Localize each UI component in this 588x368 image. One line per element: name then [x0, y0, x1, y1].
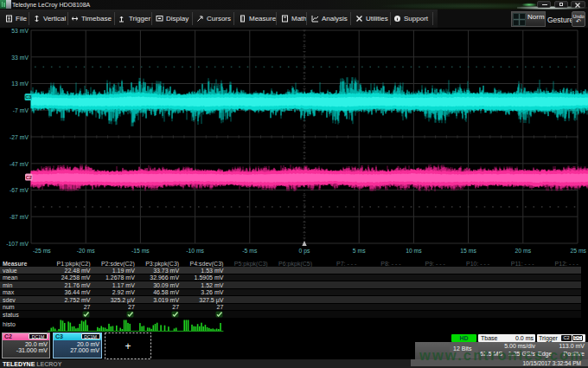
svg-text:-107 mV: -107 mV [6, 241, 29, 247]
svg-text:-47 mV: -47 mV [10, 161, 29, 167]
svg-text:-5 ms: -5 ms [242, 248, 258, 254]
svg-text:-67 mV: -67 mV [10, 187, 29, 193]
svg-text:25 ms: 25 ms [570, 248, 586, 254]
svg-text:-87 mV: -87 mV [10, 214, 29, 220]
svg-text:-25 ms: -25 ms [33, 248, 51, 254]
svg-text:-7 mV: -7 mV [13, 107, 29, 113]
svg-text:C3: C3 [25, 94, 31, 100]
svg-text:C2: C2 [26, 175, 32, 180]
svg-text:-20 ms: -20 ms [77, 248, 95, 254]
svg-text:+: + [125, 340, 131, 352]
svg-text:5 ms: 5 ms [353, 248, 366, 254]
svg-text:53 mV: 53 mV [11, 28, 29, 34]
svg-text:-15 ms: -15 ms [131, 248, 150, 254]
svg-text:-10 ms: -10 ms [186, 248, 204, 254]
svg-text:13 mV: 13 mV [11, 81, 29, 87]
svg-text:15 ms: 15 ms [460, 248, 476, 254]
svg-text:33 mV: 33 mV [11, 55, 29, 61]
svg-text:10 ms: 10 ms [406, 248, 422, 254]
svg-text:-27 mV: -27 mV [10, 134, 29, 140]
svg-text:0 ps: 0 ps [299, 248, 310, 255]
svg-text:20 ms: 20 ms [515, 248, 532, 254]
